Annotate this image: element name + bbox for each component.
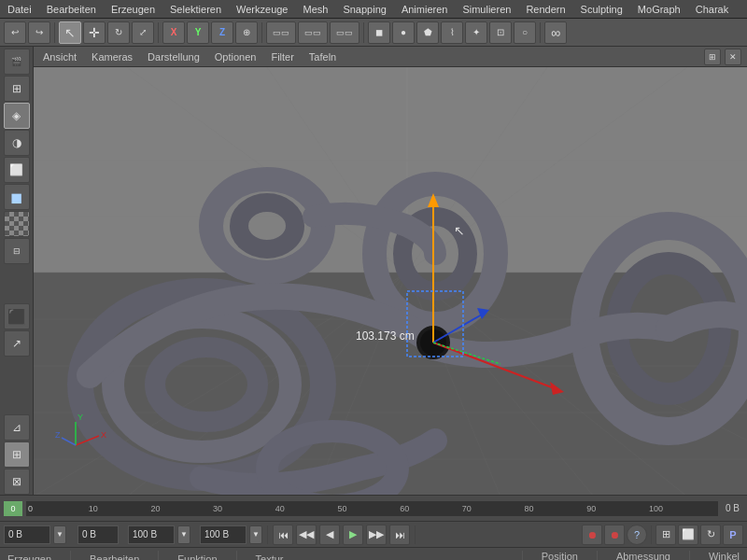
fps-field[interactable]: 100 B: [200, 525, 247, 544]
refresh-button[interactable]: ↻: [700, 525, 721, 545]
viewport-expand-btn[interactable]: ⊞: [704, 49, 721, 65]
status-sep-1: [70, 551, 71, 561]
z-axis-button[interactable]: Z: [211, 21, 233, 44]
play-back-button[interactable]: ◀: [319, 525, 340, 545]
menu-datei[interactable]: Datei: [0, 2, 39, 17]
move-button[interactable]: ✛: [83, 21, 106, 44]
null-button[interactable]: ○: [514, 21, 536, 44]
arrow-sidebar-btn[interactable]: ↗: [4, 330, 30, 357]
snap1-sidebar-btn[interactable]: ⊞: [4, 441, 30, 468]
shading-sidebar-btn[interactable]: ◑: [4, 130, 30, 156]
undo-button[interactable]: ↩: [4, 21, 26, 44]
infinity-button[interactable]: ∞: [544, 21, 567, 44]
end-field[interactable]: 100 B: [128, 525, 175, 544]
play-button[interactable]: ▶: [343, 525, 363, 545]
landscape-button[interactable]: ⌇: [441, 21, 463, 44]
viewport-menu-darstellung[interactable]: Darstellung: [144, 49, 204, 64]
anim-btn3[interactable]: ▭▭: [330, 21, 359, 44]
display-sidebar-btn[interactable]: ⬜: [4, 157, 30, 183]
status-sep-4: [522, 551, 523, 561]
status-right-group: Position Abmessung Winkel: [522, 551, 743, 561]
menu-erzeugen[interactable]: Erzeugen: [104, 2, 162, 17]
cube2-sidebar-btn[interactable]: ⬛: [4, 303, 30, 329]
y-axis-button[interactable]: Y: [187, 21, 209, 44]
wireframe-sidebar-btn[interactable]: ◈: [4, 103, 30, 129]
menu-charak[interactable]: Charak: [688, 2, 736, 17]
status-textur[interactable]: Textur: [252, 553, 288, 561]
viewport-menu-filter[interactable]: Filter: [267, 49, 297, 64]
frame-field[interactable]: 0 B: [4, 525, 50, 544]
status-erzeugen[interactable]: Erzeugen: [4, 553, 55, 561]
svg-text:↖: ↖: [454, 223, 465, 238]
light-button[interactable]: ✦: [465, 21, 487, 44]
menu-selektieren[interactable]: Selektieren: [162, 2, 229, 17]
cube-button[interactable]: ◼: [368, 21, 390, 44]
svg-text:103.173 cm: 103.173 cm: [356, 329, 415, 343]
transport-sep-1: [267, 525, 268, 544]
status-funktion[interactable]: Funktion: [174, 553, 220, 561]
viewport-menu-tafeln[interactable]: Tafeln: [305, 49, 340, 64]
menu-snapping[interactable]: Snapping: [335, 2, 394, 17]
rotate-button[interactable]: ↻: [107, 21, 130, 44]
texture-sidebar-btn[interactable]: ⊟: [4, 238, 30, 264]
tick-10: 10: [89, 504, 98, 513]
menu-werkzeuge[interactable]: Werkzeuge: [229, 2, 295, 17]
tick-90: 90: [586, 504, 596, 513]
timeline-track[interactable]: 0 10 20 30 40 50 60 70 80 90 100: [26, 501, 718, 516]
menu-rendern[interactable]: Rendern: [518, 2, 572, 17]
tick-50: 50: [337, 504, 346, 513]
menu-simulieren[interactable]: Simulieren: [455, 2, 518, 17]
parking-button[interactable]: P: [723, 525, 743, 545]
frame-dropdown[interactable]: ▼: [53, 525, 66, 544]
x-axis-button[interactable]: X: [162, 21, 185, 44]
status-abmessung[interactable]: Abmessung: [613, 551, 674, 561]
status-position[interactable]: Position: [538, 551, 582, 561]
snap2-sidebar-btn[interactable]: ⊠: [4, 469, 30, 495]
3d-scene-svg: 103.173 cm ↖ X Y Z: [34, 67, 747, 495]
viewport-menu-optionen[interactable]: Optionen: [211, 49, 261, 64]
play-forward-button[interactable]: ▶▶: [366, 525, 387, 545]
render-sq-button[interactable]: ⬜: [678, 525, 698, 545]
timeline-bar[interactable]: 0 0 10 20 30 40 50 60 70 80 90 100 0 B: [0, 495, 747, 521]
viewport-menu-ansicht[interactable]: Ansicht: [39, 49, 80, 64]
cube-sidebar-btn[interactable]: ◼: [4, 184, 30, 210]
status-winkel[interactable]: Winkel: [705, 551, 743, 561]
start-field[interactable]: 0 B: [78, 525, 119, 544]
viewport[interactable]: Ansicht Kameras Darstellung Optionen Fil…: [34, 47, 747, 495]
select-button[interactable]: ↖: [59, 21, 81, 44]
menu-bearbeiten[interactable]: Bearbeiten: [39, 2, 104, 17]
anim-btn2[interactable]: ▭▭: [298, 21, 328, 44]
tick-70: 70: [462, 504, 472, 513]
end-field-dropdown[interactable]: ▼: [177, 525, 190, 544]
3d-canvas[interactable]: Zentralperspektive: [34, 67, 747, 495]
viewport-menu-kameras[interactable]: Kameras: [88, 49, 136, 64]
grid-sidebar-btn[interactable]: ⊞: [4, 76, 30, 102]
sphere-button[interactable]: ●: [392, 21, 415, 44]
status-bearbeiten[interactable]: Bearbeiten: [86, 553, 143, 561]
camera-btn2[interactable]: ⊡: [489, 21, 512, 44]
toolbar-sep-4: [363, 22, 364, 43]
transport-sep-2: [415, 525, 416, 544]
go-start-button[interactable]: ⏮: [273, 525, 293, 545]
coord-button[interactable]: ⊕: [235, 21, 258, 44]
menu-animieren[interactable]: Animieren: [394, 2, 456, 17]
checker-sidebar-btn[interactable]: ⠀: [4, 211, 30, 237]
fps-dropdown[interactable]: ▼: [249, 525, 262, 544]
anim-btn1[interactable]: ▭▭: [266, 21, 296, 44]
help-button[interactable]: ?: [627, 525, 647, 545]
tick-60: 60: [400, 504, 409, 513]
prev-frame-button[interactable]: ◀◀: [296, 525, 317, 545]
viewport-close-btn[interactable]: ✕: [725, 49, 741, 65]
camera-sidebar-btn[interactable]: 🎬: [4, 49, 30, 75]
auto-button[interactable]: ⏺: [604, 525, 625, 545]
scale-button[interactable]: ⤢: [132, 21, 154, 44]
cylinder-button[interactable]: ⬟: [416, 21, 439, 44]
go-end-button[interactable]: ⏭: [389, 525, 410, 545]
menu-sculpting[interactable]: Sculpting: [573, 2, 630, 17]
expand-button[interactable]: ⊞: [655, 525, 676, 545]
magnet-sidebar-btn[interactable]: ⊿: [4, 414, 30, 441]
menu-mograph[interactable]: MoGraph: [630, 2, 688, 17]
record-button[interactable]: ⏺: [582, 525, 602, 545]
redo-button[interactable]: ↪: [28, 21, 50, 44]
menu-mesh[interactable]: Mesh: [295, 2, 335, 17]
